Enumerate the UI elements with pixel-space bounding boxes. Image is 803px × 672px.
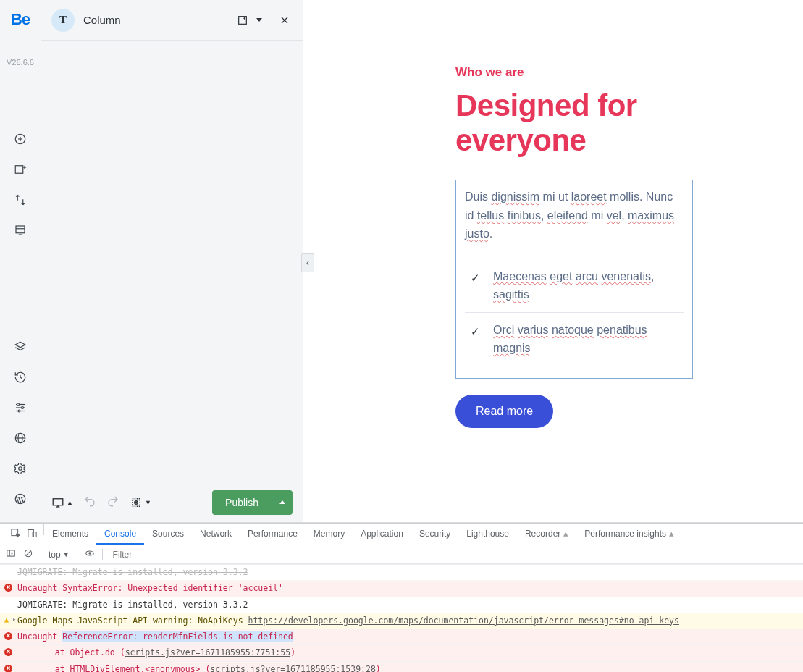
svg-rect-23 bbox=[239, 16, 247, 24]
add-icon[interactable] bbox=[13, 132, 28, 146]
tab-memory[interactable]: Memory bbox=[306, 524, 353, 545]
redo-button[interactable] bbox=[106, 495, 119, 510]
body-paragraph[interactable]: Duis dignissim mi ut laoreet mollis. Nun… bbox=[465, 188, 684, 243]
globe-icon[interactable] bbox=[13, 431, 28, 445]
beta-icon: ▴ bbox=[669, 529, 674, 538]
wordpress-icon[interactable] bbox=[13, 492, 28, 506]
console-toolbar: top ▼ bbox=[0, 545, 803, 564]
tab-lighthouse[interactable]: Lighthouse bbox=[458, 524, 517, 545]
execution-context-selector[interactable]: top ▼ bbox=[49, 550, 70, 560]
svg-point-17 bbox=[18, 410, 20, 412]
tab-recorder[interactable]: Recorder ▴ bbox=[517, 524, 576, 545]
tab-elements[interactable]: Elements bbox=[44, 524, 96, 545]
svg-line-40 bbox=[26, 551, 30, 555]
left-rail: Be V26.6.6 bbox=[0, 0, 41, 522]
close-icon[interactable] bbox=[277, 12, 293, 28]
log-entry-warning: ▸Google Maps JavaScript API warning: NoA… bbox=[0, 613, 803, 629]
svg-line-11 bbox=[20, 377, 22, 379]
tab-sources[interactable]: Sources bbox=[144, 524, 192, 545]
svg-point-42 bbox=[88, 553, 90, 554]
section-add-icon[interactable] bbox=[13, 162, 28, 177]
svg-point-15 bbox=[17, 403, 20, 406]
beta-icon: ▴ bbox=[563, 529, 568, 538]
log-entry-stack: at Object.do (scripts.js?ver=1671185955:… bbox=[0, 645, 803, 661]
svg-rect-28 bbox=[53, 498, 63, 505]
options-caret-icon[interactable] bbox=[256, 18, 262, 22]
log-link[interactable]: https://developers.google.com/maps/docum… bbox=[248, 616, 679, 626]
log-entry: JQMIGRATE: Migrate is installed, version… bbox=[0, 597, 803, 613]
element-type-icon: T bbox=[51, 9, 75, 32]
responsive-options-icon[interactable] bbox=[235, 12, 251, 28]
svg-point-21 bbox=[19, 467, 22, 471]
editor-canvas[interactable]: Who we are Designed for everyone Duis di… bbox=[303, 0, 803, 522]
gear-icon[interactable] bbox=[13, 461, 28, 476]
settings-sliders-icon[interactable] bbox=[13, 400, 28, 415]
console-sidebar-toggle-icon[interactable] bbox=[6, 548, 16, 560]
checklist: ✓ Maecenas eget arcu venenatis, sagittis… bbox=[465, 259, 684, 366]
device-preview-button[interactable]: ▲ bbox=[51, 496, 73, 509]
selected-column[interactable]: Duis dignissim mi ut laoreet mollis. Nun… bbox=[455, 180, 693, 379]
svg-rect-6 bbox=[16, 226, 25, 233]
check-icon: ✓ bbox=[471, 269, 480, 304]
list-item[interactable]: ✓ Orci varius natoque penatibus magnis bbox=[465, 312, 684, 366]
svg-rect-3 bbox=[15, 166, 23, 174]
publish-button[interactable]: Publish bbox=[212, 490, 272, 515]
section-subhead: Who we are bbox=[455, 65, 774, 80]
inspect-element-icon[interactable] bbox=[10, 528, 21, 541]
svg-rect-37 bbox=[7, 550, 15, 556]
console-log[interactable]: JQMIGRATE: Migrate is installed, version… bbox=[0, 564, 803, 672]
template-icon[interactable] bbox=[13, 223, 28, 238]
tab-console[interactable]: Console bbox=[96, 524, 144, 545]
log-link[interactable]: scripts.js?ver=1671185955:7751:55 bbox=[125, 647, 290, 658]
check-icon: ✓ bbox=[471, 323, 480, 358]
log-entry-error: Uncaught SyntaxError: Unexpected identif… bbox=[0, 581, 803, 597]
import-export-icon[interactable] bbox=[13, 193, 28, 207]
history-icon[interactable] bbox=[13, 370, 28, 385]
inspector-header: T Column bbox=[41, 0, 303, 41]
element-type-label: Column bbox=[83, 14, 226, 26]
preview-button[interactable]: ▼ bbox=[130, 496, 151, 509]
log-entry-stack: at HTMLDivElement.<anonymous> (scripts.j… bbox=[0, 662, 803, 673]
list-item[interactable]: ✓ Maecenas eget arcu venenatis, sagittis bbox=[465, 259, 684, 313]
app-logo: Be bbox=[11, 10, 30, 29]
svg-point-33 bbox=[135, 502, 137, 503]
devtools-panel: Elements Console Sources Network Perform… bbox=[0, 523, 803, 672]
layers-icon[interactable] bbox=[13, 340, 28, 354]
tab-application[interactable]: Application bbox=[353, 524, 411, 545]
undo-button[interactable] bbox=[83, 495, 96, 510]
console-filter-input[interactable] bbox=[110, 548, 224, 561]
log-entry: JQMIGRATE: Migrate is installed, version… bbox=[0, 564, 803, 581]
device-toolbar-icon[interactable] bbox=[27, 528, 38, 541]
tab-performance[interactable]: Performance bbox=[240, 524, 306, 545]
tab-security[interactable]: Security bbox=[411, 524, 458, 545]
tab-performance-insights[interactable]: Performance insights ▴ bbox=[576, 524, 682, 545]
svg-point-16 bbox=[22, 407, 24, 409]
inspector-panel: T Column ▲ ▼ bbox=[41, 0, 303, 522]
devtools-tabs: Elements Console Sources Network Perform… bbox=[0, 524, 803, 545]
publish-options-button[interactable] bbox=[272, 490, 293, 515]
clear-console-icon[interactable] bbox=[23, 548, 33, 560]
tab-network[interactable]: Network bbox=[192, 524, 240, 545]
read-more-button[interactable]: Read more bbox=[455, 395, 553, 428]
log-link[interactable]: scripts.js?ver=1671185955:1539:28 bbox=[210, 664, 375, 673]
app-version: V26.6.6 bbox=[7, 58, 34, 67]
section-headline: Designed for everyone bbox=[455, 88, 774, 158]
panel-collapse-handle[interactable]: ‹ bbox=[301, 253, 314, 272]
live-expression-icon[interactable] bbox=[85, 548, 95, 560]
inspector-footer: ▲ ▼ Publish bbox=[41, 482, 303, 522]
inspector-body bbox=[41, 41, 303, 482]
log-entry-error: Uncaught ReferenceError: renderMfnFields… bbox=[0, 629, 803, 645]
svg-marker-9 bbox=[15, 342, 25, 348]
